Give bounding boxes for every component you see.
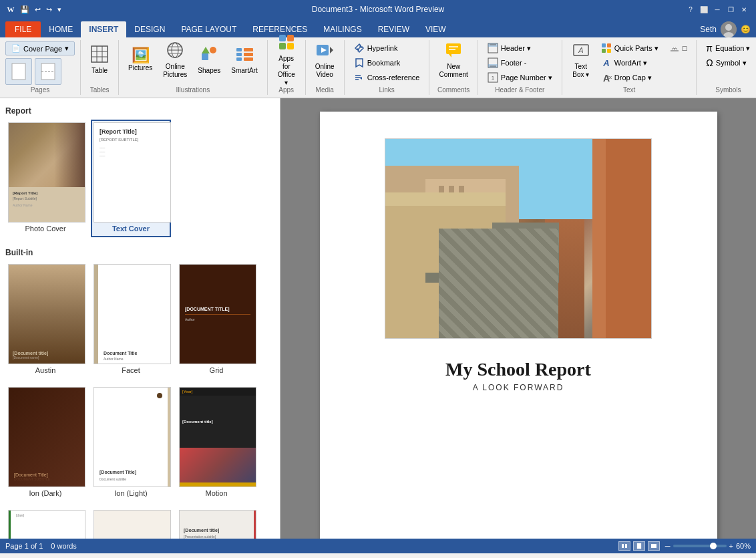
table-btn[interactable]: Table <box>86 41 113 79</box>
comments-label: Comments <box>437 85 469 94</box>
cross-reference-btn[interactable]: Cross-reference <box>350 71 424 84</box>
drop-cap-btn[interactable]: Abc Drop Cap ▾ <box>597 71 663 84</box>
cover-item-whisp[interactable]: [Document title] [Presentation subtitle]… <box>176 507 256 539</box>
thumb-semaphore-art: [date] [Company] [DOCUMENT TITLE] <box>9 511 85 539</box>
cover-item-grid[interactable]: [DOCUMENT TITLE] Author Grid <box>176 261 256 379</box>
smartart-icon <box>236 45 253 65</box>
page-number-btn[interactable]: 1 Page Number ▾ <box>484 71 556 84</box>
thumb-iondark-art: [Document Title] DOCUMENT SUBTITLE <box>9 388 85 486</box>
print-layout-btn[interactable] <box>633 541 645 551</box>
minimize-btn[interactable]: ─ <box>711 3 724 16</box>
pictures-icon: 🖼️ <box>132 48 150 63</box>
cover-thumb-motion: [Year] [Document title] <box>179 387 256 487</box>
hyperlink-btn[interactable]: Hyperlink <box>350 41 424 55</box>
cover-item-iondark[interactable]: [Document Title] DOCUMENT SUBTITLE Ion (… <box>5 384 85 502</box>
cover-item-sideline[interactable]: [Document title] [Presentation subtitle]… <box>91 507 171 539</box>
sig-line-icon: □ <box>683 44 687 52</box>
text-box-btn[interactable]: A TextBox ▾ <box>568 41 594 79</box>
symbols-content: π Equation ▾ Ω Symbol ▾ <box>702 41 754 85</box>
online-pictures-btn[interactable]: OnlinePictures <box>159 41 191 79</box>
status-bar: Page 1 of 1 0 words ─ + 60% <box>0 539 756 553</box>
cover-item-motion[interactable]: [Year] [Document title] Motion <box>176 384 256 502</box>
emoji-icon: 😊 <box>741 25 751 34</box>
text-box-icon: A <box>572 41 590 61</box>
doc-image-svg <box>385 139 652 339</box>
cover-item-text[interactable]: [Report Title] [REPORT SUBTITLE] _______… <box>91 120 171 237</box>
ribbon-display-btn[interactable]: ⬜ <box>697 3 711 16</box>
svg-marker-39 <box>449 54 451 57</box>
cover-name-ionlight: Ion (Light) <box>93 487 168 499</box>
help-btn[interactable]: ? <box>684 3 697 16</box>
report-covers-grid: [Report Title] [Report Subtitle] Author … <box>5 120 274 237</box>
bookmark-btn[interactable]: Bookmark <box>350 56 424 69</box>
links-col: Hyperlink Bookmark Cross-reference <box>350 41 424 84</box>
redo-qat-btn[interactable]: ↪ <box>45 4 53 15</box>
new-comment-label: NewComment <box>439 63 467 79</box>
left-panel: Report [Report Title] [Report Subtitle] … <box>0 98 280 539</box>
tab-page-layout[interactable]: PAGE LAYOUT <box>173 21 244 37</box>
motion-title: [Document title] <box>182 420 213 424</box>
cover-name-facet: Facet <box>93 364 168 376</box>
svg-marker-76 <box>425 273 559 283</box>
cover-page-btn[interactable]: 📄 Cover Page ▾ <box>5 41 75 55</box>
drop-cap-label: Drop Cap ▾ <box>614 74 652 82</box>
zoom-slider[interactable] <box>673 545 727 547</box>
close-btn[interactable]: ✕ <box>737 3 751 16</box>
page-break-btn[interactable] <box>35 58 61 85</box>
cover-item-austin[interactable]: [Document title] [Document name] Austin <box>5 261 85 379</box>
symbol-btn[interactable]: Ω Symbol ▾ <box>702 56 754 69</box>
pictures-btn[interactable]: 🖼️ Pictures <box>124 41 156 79</box>
online-pictures-label: OnlinePictures <box>163 63 187 79</box>
footer-btn[interactable]: Footer - <box>484 56 556 69</box>
table-label: Table <box>91 67 108 75</box>
tab-design[interactable]: DESIGN <box>126 21 173 37</box>
save-qat-btn[interactable]: 💾 <box>19 4 31 15</box>
title-bar: W 💾 ↩ ↪ ▾ Document3 - Microsoft Word Pre… <box>0 0 756 19</box>
shapes-btn[interactable]: Shapes <box>194 41 224 79</box>
tab-mailings[interactable]: MAILINGS <box>315 21 369 37</box>
svg-rect-27 <box>279 35 286 41</box>
doc-title: My School Report <box>445 359 591 380</box>
apps-for-office-btn[interactable]: Apps forOffice ▾ <box>273 41 300 79</box>
svg-rect-69 <box>385 206 506 339</box>
undo-qat-btn[interactable]: ↩ <box>33 4 42 15</box>
read-mode-btn[interactable] <box>618 541 630 551</box>
quick-parts-btn[interactable]: Quick Parts ▾ <box>597 41 663 55</box>
text-extra2-col: □ <box>665 41 691 55</box>
ionlight-sub: Document subtitle <box>100 477 162 481</box>
tab-view[interactable]: VIEW <box>417 21 454 37</box>
signature-line-btn[interactable]: □ <box>665 41 691 55</box>
smartart-btn[interactable]: SmartArt <box>227 41 261 79</box>
new-comment-btn[interactable]: NewComment <box>435 41 471 79</box>
wordart-btn[interactable]: A WordArt ▾ <box>597 56 663 69</box>
ribbon-group-text: A TextBox ▾ Quick Parts ▾ A WordArt ▾ Ab… <box>562 40 697 95</box>
svg-rect-78 <box>625 544 627 548</box>
web-layout-btn[interactable] <box>648 541 660 551</box>
tab-insert[interactable]: INSERT <box>81 21 126 37</box>
online-video-btn[interactable]: OnlineVideo <box>311 41 339 79</box>
svg-text:W: W <box>7 5 15 13</box>
tab-home[interactable]: HOME <box>41 21 81 37</box>
austin-sub: [Document name] <box>13 356 81 360</box>
header-btn[interactable]: Header ▾ <box>484 41 556 55</box>
ribbon-group-illustrations: 🖼️ Pictures OnlinePictures Shapes Smar <box>119 40 268 95</box>
cover-item-photo[interactable]: [Report Title] [Report Subtitle] Author … <box>5 120 85 237</box>
zoom-in-btn[interactable]: + <box>729 542 733 550</box>
cover-item-semaphore[interactable]: [date] [Company] [DOCUMENT TITLE] Semaph… <box>5 507 85 539</box>
zoom-out-btn[interactable]: ─ <box>665 542 671 550</box>
equation-btn[interactable]: π Equation ▾ <box>702 41 754 55</box>
cross-reference-label: Cross-reference <box>367 74 420 82</box>
window-title: Document3 - Microsoft Word Preview <box>0 5 756 14</box>
bookmark-label: Bookmark <box>367 59 401 67</box>
header-footer-col: Header ▾ Footer - 1 Page Number ▾ <box>484 41 556 84</box>
cover-item-facet[interactable]: Document Title Author Name Facet <box>91 261 171 379</box>
cover-name-text: Text Cover <box>93 223 168 235</box>
tab-review[interactable]: REVIEW <box>370 21 417 37</box>
restore-btn[interactable]: ❐ <box>724 3 737 16</box>
blank-page-btn[interactable] <box>5 58 32 85</box>
thumb-whisp-art: [Document title] [Presentation subtitle] <box>180 511 256 539</box>
svg-text:bc: bc <box>608 75 612 80</box>
cover-item-ionlight[interactable]: [Document Title] Document subtitle Ion (… <box>91 384 171 502</box>
customize-qat-btn[interactable]: ▾ <box>56 4 63 15</box>
tab-file[interactable]: FILE <box>5 21 41 37</box>
